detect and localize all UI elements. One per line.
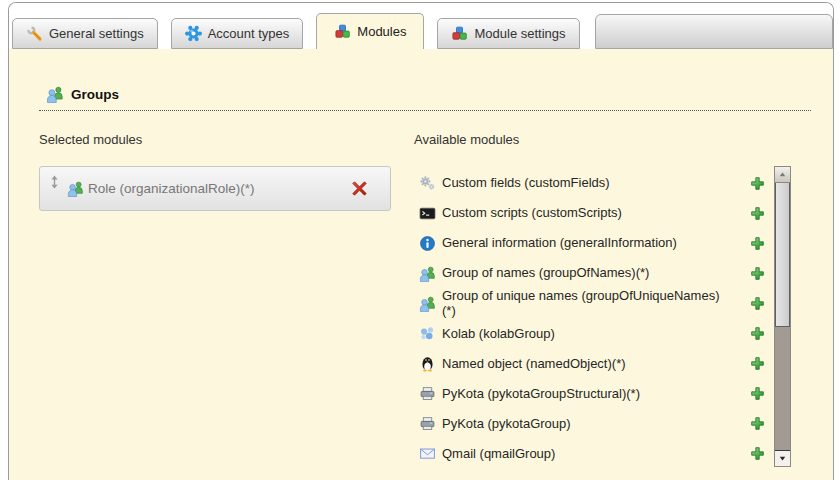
available-module-row: Kolab (kolabGroup)	[414, 319, 774, 349]
module-columns: Selected modules Role (organizationalRol…	[39, 111, 823, 469]
available-module-name: General information (generalInformation)	[442, 235, 677, 250]
tab-account-types[interactable]: Account types	[171, 18, 304, 49]
add-module-button[interactable]	[750, 356, 765, 371]
add-module-button[interactable]	[750, 296, 765, 311]
available-module-name: Group of names (groupOfNames)(*)	[442, 265, 649, 280]
selected-modules-list: Role (organizationalRole)(*)	[39, 166, 391, 211]
available-module-name: Group of unique names (groupOfUniqueName…	[442, 288, 730, 319]
envelope-icon	[419, 445, 436, 462]
selected-module-name: Role (organizationalRole)(*)	[88, 181, 255, 196]
tab-module-settings[interactable]: Module settings	[437, 18, 579, 49]
terminal-icon	[419, 205, 436, 222]
available-module-row: Group of unique names (groupOfUniqueName…	[414, 288, 774, 319]
selected-modules-label: Selected modules	[39, 132, 391, 147]
available-module-name: PyKota (pykotaGroup)	[442, 416, 571, 431]
tab-label: Modules	[357, 24, 406, 39]
available-module-row: Group of names (groupOfNames)(*)	[414, 258, 774, 288]
available-module-row: PyKota (pykotaGroupStructural)(*)	[414, 379, 774, 409]
penguin-icon	[419, 355, 436, 372]
add-module-button[interactable]	[750, 326, 765, 341]
remove-module-button[interactable]	[351, 180, 368, 197]
tab-general-settings[interactable]: General settings	[12, 18, 158, 49]
info-icon	[419, 235, 436, 252]
available-module-name: PyKota (pykotaGroupStructural)(*)	[442, 386, 640, 401]
scroll-down-icon	[777, 453, 788, 464]
drag-handle-icon[interactable]	[49, 175, 60, 189]
available-modules-list: Custom fields (customFields)Custom scrip…	[414, 166, 774, 469]
modules-panel: Groups Selected modules Role (organizati…	[9, 49, 833, 480]
add-module-button[interactable]	[750, 416, 765, 431]
available-modules-area: Custom fields (customFields)Custom scrip…	[414, 166, 823, 469]
configuration-window: General settingsAccount typesModulesModu…	[8, 2, 834, 480]
available-module-row: Custom scripts (customScripts)	[414, 198, 774, 228]
available-module-name: Named object (namedObject)(*)	[442, 356, 626, 371]
tab-label: Module settings	[474, 26, 565, 41]
wrench-icon	[26, 25, 43, 42]
blocks-icon	[334, 23, 351, 40]
scrollbar-thumb[interactable]	[775, 183, 790, 327]
group-icon	[419, 265, 436, 282]
printer-icon	[419, 415, 436, 432]
available-module-row: Named object (namedObject)(*)	[414, 349, 774, 379]
available-module-row: Qmail (qmailGroup)	[414, 439, 774, 469]
tab-bar: General settingsAccount typesModulesModu…	[12, 3, 833, 49]
tab-label: Account types	[208, 26, 290, 41]
available-module-row: PyKota (pykotaGroup)	[414, 409, 774, 439]
available-modules-label: Available modules	[414, 132, 823, 147]
available-module-name: Custom fields (customFields)	[442, 175, 610, 190]
scrollbar	[774, 166, 791, 467]
available-module-name: Kolab (kolabGroup)	[442, 326, 555, 341]
available-module-name: Qmail (qmailGroup)	[442, 446, 555, 461]
add-module-button[interactable]	[750, 236, 765, 251]
printer-icon	[419, 385, 436, 402]
available-module-name: Custom scripts (customScripts)	[442, 205, 622, 220]
group-icon	[46, 85, 64, 103]
add-module-button[interactable]	[750, 206, 765, 221]
selected-modules-column: Selected modules Role (organizationalRol…	[39, 111, 391, 469]
blocks-icon	[451, 25, 468, 42]
add-module-button[interactable]	[750, 386, 765, 401]
tab-filler	[595, 14, 833, 49]
add-module-button[interactable]	[750, 446, 765, 461]
scroll-up-icon	[777, 169, 788, 180]
available-module-row: General information (generalInformation)	[414, 228, 774, 258]
gear-icon	[185, 25, 202, 42]
section-title: Groups	[71, 87, 119, 102]
gears-icon	[419, 175, 436, 192]
available-module-row: Custom fields (customFields)	[414, 168, 774, 198]
add-module-button[interactable]	[750, 266, 765, 281]
group-icon	[419, 295, 436, 312]
selected-module-row: Role (organizationalRole)(*)	[39, 166, 391, 211]
scroll-up-button[interactable]	[775, 167, 790, 183]
group-icon	[67, 180, 84, 197]
kolab-icon	[419, 325, 436, 342]
available-modules-column: Available modules Custom fields (customF…	[414, 111, 823, 469]
tab-modules[interactable]: Modules	[316, 13, 424, 49]
scroll-down-button[interactable]	[775, 450, 790, 466]
tab-strip: General settingsAccount typesModulesModu…	[9, 3, 833, 49]
tab-label: General settings	[49, 26, 144, 41]
scrollbar-track[interactable]	[775, 327, 790, 450]
add-module-button[interactable]	[750, 176, 765, 191]
section-header: Groups	[39, 85, 811, 111]
